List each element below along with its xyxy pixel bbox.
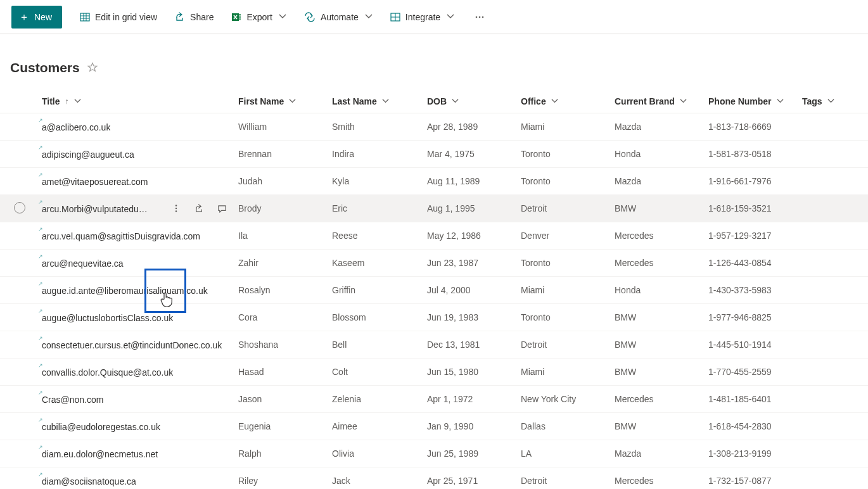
column-header-title[interactable]: Title ↑ [38, 91, 234, 113]
svg-rect-8 [239, 18, 241, 20]
cell-tags [798, 440, 868, 467]
table-row[interactable]: ↗augue.id.ante@liberomaurisaliquam.co.uk… [0, 277, 868, 304]
row-select-cell[interactable] [0, 304, 38, 331]
chevron-down-icon [74, 96, 81, 106]
column-header-tags[interactable]: Tags [798, 91, 868, 113]
chevron-down-icon [447, 12, 454, 22]
row-select-cell[interactable] [0, 386, 38, 413]
command-bar-overflow-button[interactable] [472, 10, 487, 25]
table-row[interactable]: ↗cubilia@eudoloregestas.co.ukEugeniaAime… [0, 413, 868, 440]
column-header-dob[interactable]: DOB [423, 91, 517, 113]
cell-title: ↗arcu.vel.quam@sagittisDuisgravida.com [38, 222, 234, 250]
cell-title: ↗arcu.Morbi@vulputatedu… [38, 195, 234, 222]
row-select-cell[interactable] [0, 250, 38, 277]
svg-point-15 [176, 205, 177, 206]
table-row[interactable]: ↗a@aclibero.co.ukWilliamSmithApr 28, 198… [0, 113, 868, 141]
share-button[interactable]: Share [175, 12, 214, 22]
share-icon [195, 204, 204, 213]
chevron-down-icon [827, 96, 834, 106]
table-row[interactable]: ↗amet@vitaeposuereat.comJudahKylaAug 11,… [0, 168, 868, 195]
edit-in-grid-view-button[interactable]: Edit in grid view [80, 12, 157, 22]
item-share-button[interactable] [190, 200, 208, 217]
row-select-circle-icon[interactable] [14, 202, 25, 213]
row-select-cell[interactable] [0, 413, 38, 440]
cell-dob: Dec 13, 1981 [423, 331, 517, 359]
item-title-link[interactable]: cubilia@eudoloregestas.co.uk [42, 422, 160, 432]
table-row[interactable]: ↗arcu.Morbi@vulputatedu…BrodyEricAug 1, … [0, 195, 868, 222]
cell-phone-number: 1-813-718-6669 [705, 113, 798, 141]
item-title-link[interactable]: augue@luctuslobortisClass.co.uk [42, 313, 173, 323]
item-more-actions-button[interactable] [167, 200, 185, 217]
item-title-link[interactable]: Cras@non.com [42, 395, 103, 405]
item-title-link[interactable]: diam@sociisnatoque.ca [42, 476, 136, 486]
more-horizontal-icon [475, 12, 485, 22]
row-select-cell[interactable] [0, 195, 38, 222]
item-title-link[interactable]: augue.id.ante@liberomaurisaliquam.co.uk [42, 286, 208, 296]
new-button[interactable]: ＋ New [11, 6, 62, 29]
cell-tags [798, 277, 868, 304]
cell-title: ↗a@aclibero.co.uk [38, 113, 234, 141]
item-comment-button[interactable] [213, 200, 231, 217]
item-title-link[interactable]: convallis.dolor.Quisque@at.co.uk [42, 367, 173, 378]
table-row[interactable]: ↗adipiscing@augueut.caBrennanIndiraMar 4… [0, 141, 868, 168]
row-select-cell[interactable] [0, 277, 38, 304]
table-row[interactable]: ↗convallis.dolor.Quisque@at.co.ukHasadCo… [0, 359, 868, 386]
item-title-link[interactable]: a@aclibero.co.uk [42, 122, 110, 132]
row-select-cell[interactable] [0, 141, 38, 168]
integrate-button[interactable]: Integrate [390, 12, 454, 22]
cell-title: ↗diam@sociisnatoque.ca [38, 467, 234, 490]
column-header-label: First Name [238, 96, 284, 106]
link-arrow-icon: ↗ [38, 417, 43, 423]
cell-last-name: Kyla [328, 168, 423, 195]
more-vertical-icon [172, 204, 181, 213]
table-row[interactable]: ↗consectetuer.cursus.et@tinciduntDonec.c… [0, 331, 868, 359]
cell-last-name: Kaseem [328, 250, 423, 277]
row-select-cell[interactable] [0, 222, 38, 250]
cell-office: Miami [517, 277, 611, 304]
chevron-down-icon [289, 96, 296, 106]
table-row[interactable]: ↗arcu.vel.quam@sagittisDuisgravida.comIl… [0, 222, 868, 250]
row-select-cell[interactable] [0, 359, 38, 386]
item-title-link[interactable]: amet@vitaeposuereat.com [42, 177, 148, 187]
row-select-cell[interactable] [0, 168, 38, 195]
item-title-link[interactable]: diam.eu.dolor@necmetus.net [42, 449, 158, 459]
chevron-down-icon [777, 96, 784, 106]
table-row[interactable]: ↗Cras@non.comJasonZeleniaApr 1, 1972New … [0, 386, 868, 413]
table-row[interactable]: ↗augue@luctuslobortisClass.co.ukCoraBlos… [0, 304, 868, 331]
automate-button[interactable]: Automate [304, 12, 373, 22]
chevron-down-icon [680, 96, 687, 106]
chevron-down-icon [365, 12, 373, 22]
cell-phone-number: 1-126-443-0854 [705, 250, 798, 277]
export-button[interactable]: Export [231, 12, 286, 22]
favorite-button[interactable] [87, 62, 98, 74]
row-select-cell[interactable] [0, 331, 38, 359]
item-title-link[interactable]: arcu@nequevitae.ca [42, 258, 124, 269]
row-select-cell[interactable] [0, 440, 38, 467]
column-header-last-name[interactable]: Last Name [328, 91, 423, 113]
cell-dob: Apr 25, 1971 [423, 467, 517, 490]
cell-current-brand: BMW [611, 195, 705, 222]
cell-last-name: Jack [328, 467, 423, 490]
item-title-link[interactable]: adipiscing@augueut.ca [42, 149, 134, 160]
item-title-link[interactable]: consectetuer.cursus.et@tinciduntDonec.co… [42, 340, 222, 350]
row-select-cell[interactable] [0, 113, 38, 141]
item-title-link[interactable]: arcu.Morbi@vulputatedu… [42, 204, 148, 214]
column-header-office[interactable]: Office [517, 91, 611, 113]
cell-office: New York City [517, 386, 611, 413]
cell-current-brand: Mazda [611, 168, 705, 195]
cell-office: Toronto [517, 168, 611, 195]
table-row[interactable]: ↗diam.eu.dolor@necmetus.netRalphOliviaJu… [0, 440, 868, 467]
column-header-first-name[interactable]: First Name [234, 91, 328, 113]
cell-dob: Mar 4, 1975 [423, 141, 517, 168]
cell-title: ↗convallis.dolor.Quisque@at.co.uk [38, 359, 234, 386]
item-title-link[interactable]: arcu.vel.quam@sagittisDuisgravida.com [42, 231, 200, 241]
column-header-current-brand[interactable]: Current Brand [611, 91, 705, 113]
cell-office: LA [517, 440, 611, 467]
row-select-cell[interactable] [0, 467, 38, 490]
cell-office: Detroit [517, 195, 611, 222]
cell-phone-number: 1-445-510-1914 [705, 331, 798, 359]
table-row[interactable]: ↗diam@sociisnatoque.caRileyJackApr 25, 1… [0, 467, 868, 490]
table-row[interactable]: ↗arcu@nequevitae.caZahirKaseemJun 23, 19… [0, 250, 868, 277]
column-header-phone-number[interactable]: Phone Number [705, 91, 798, 113]
column-header-select[interactable] [0, 91, 38, 113]
